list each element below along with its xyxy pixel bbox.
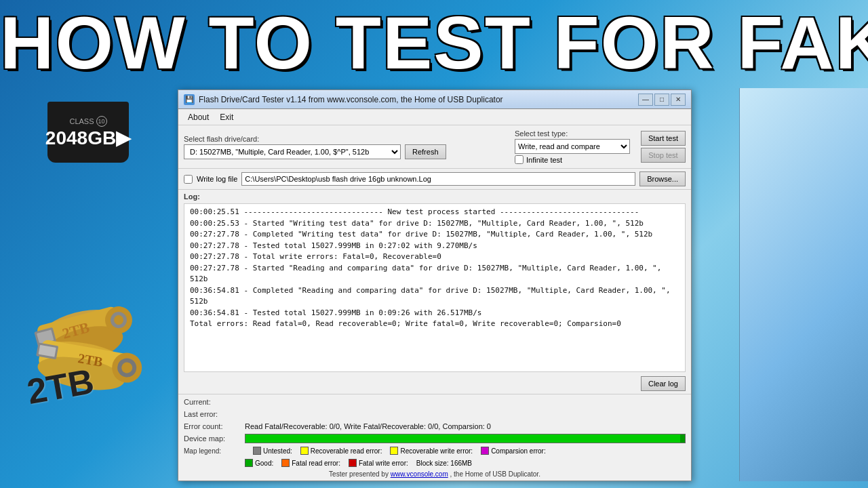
legend-untested: Untested:	[253, 447, 292, 455]
map-segment	[294, 434, 298, 443]
map-segment	[487, 434, 492, 443]
block-size-label: Block size: 166MB	[416, 460, 472, 467]
map-segment	[395, 434, 400, 443]
map-segment	[637, 434, 642, 443]
status-section: Current: Last error: Error count: Read F…	[178, 394, 691, 481]
good-label: Good:	[255, 460, 273, 467]
map-segment	[507, 434, 511, 443]
stop-test-button[interactable]: Stop test	[641, 148, 686, 163]
maximize-button[interactable]: □	[654, 94, 669, 106]
map-segment	[318, 434, 323, 443]
title-bar-controls: — □ ✕	[638, 94, 686, 106]
map-segment	[613, 434, 618, 443]
map-segment	[275, 434, 279, 443]
menu-exit[interactable]: Exit	[214, 111, 239, 123]
fatal-read-color-swatch	[281, 459, 290, 467]
legend-rec-write: Recoverable write error:	[390, 447, 473, 455]
legend-block-size: Block size: 166MB	[416, 460, 472, 467]
drive-select[interactable]: D: 15027MB, "Multiple, Card Reader, 1.00…	[184, 144, 401, 159]
device-map-label: Device map:	[184, 434, 245, 443]
map-segment	[598, 434, 603, 443]
toolbar: Select flash drive/card: D: 15027MB, "Mu…	[178, 125, 691, 169]
map-segment	[245, 434, 250, 443]
error-count-row: Error count: Read Fatal/Recoverable: 0/0…	[184, 420, 686, 432]
map-segment	[279, 434, 284, 443]
last-error-label: Last error:	[184, 410, 245, 418]
legend-row-2: Good: Fatal read error: Fatal write erro…	[184, 457, 686, 469]
map-segment	[381, 434, 386, 443]
map-segment	[627, 434, 632, 443]
map-segment	[545, 434, 550, 443]
fatal-read-label: Fatal read error:	[292, 460, 340, 467]
map-segment	[574, 434, 579, 443]
map-legend-label: Map legend:	[184, 447, 245, 455]
map-segment	[400, 434, 405, 443]
map-segment	[284, 434, 289, 443]
minimize-button[interactable]: —	[638, 94, 653, 106]
legend-row: Map legend: Untested: Recoverable read e…	[184, 445, 686, 457]
close-button[interactable]: ✕	[671, 94, 686, 106]
map-segment	[618, 434, 623, 443]
rec-write-label: Recoverable write error:	[400, 447, 473, 455]
test-type-label: Select test type:	[515, 129, 630, 138]
infinite-checkbox[interactable]	[515, 155, 524, 164]
map-segment	[425, 434, 429, 443]
comparsion-color-swatch	[481, 447, 489, 455]
log-file-path[interactable]	[241, 172, 635, 186]
footer-link[interactable]: www.vconsole.com	[391, 470, 448, 478]
browse-button[interactable]: Browse...	[639, 171, 686, 186]
log-line: Total errors: Read fatal=0, Read recover…	[190, 319, 679, 330]
untested-label: Untested:	[263, 447, 292, 455]
map-segment	[623, 434, 627, 443]
map-segment	[632, 434, 637, 443]
map-segment	[661, 434, 666, 443]
log-line: 00:27:27.78 - Tested total 15027.999MB i…	[190, 241, 679, 252]
app-window: 💾 Flash Drive/Card Tester v1.14 from www…	[178, 89, 692, 481]
map-segment	[497, 434, 502, 443]
map-segment	[250, 434, 255, 443]
map-segment	[646, 434, 651, 443]
refresh-button[interactable]: Refresh	[405, 144, 446, 159]
footer-text1: Tester presented by	[329, 470, 391, 478]
test-type-select[interactable]: Write, read and compare	[515, 139, 630, 154]
map-segment	[526, 434, 530, 443]
title-bar: 💾 Flash Drive/Card Tester v1.14 from www…	[178, 90, 691, 109]
log-line: 00:36:54.81 - Tested total 15027.999MB i…	[190, 308, 679, 319]
map-segment	[255, 434, 260, 443]
log-line: 00:27:27.78 - Total write errors: Fatal=…	[190, 251, 679, 263]
map-segment	[502, 434, 507, 443]
map-segment	[361, 434, 366, 443]
log-line: 00:36:54.81 - Completed "Reading and com…	[190, 285, 679, 308]
clear-log-button[interactable]: Clear log	[641, 376, 686, 391]
map-segment	[511, 434, 516, 443]
map-segment	[304, 434, 309, 443]
map-segment	[414, 434, 419, 443]
map-segment	[420, 434, 425, 443]
map-segment	[468, 434, 473, 443]
map-segment	[656, 434, 661, 443]
log-section-label: Log:	[178, 190, 691, 202]
app-icon: 💾	[184, 94, 195, 105]
legend-rec-read: Recoverable read error:	[300, 447, 382, 455]
menu-about[interactable]: About	[182, 111, 214, 123]
start-stop-group: Start test Stop test	[641, 131, 686, 163]
footer: Tester presented by www.vconsole.com , t…	[184, 469, 686, 479]
device-map-bar	[245, 434, 686, 443]
map-segment	[463, 434, 468, 443]
start-test-button[interactable]: Start test	[641, 131, 686, 146]
menu-bar: About Exit	[178, 109, 691, 125]
map-segment	[289, 434, 294, 443]
log-line: 00:27:27.78 - Started "Reading and compa…	[190, 263, 679, 285]
map-segment	[652, 434, 656, 443]
map-segment	[584, 434, 589, 443]
good-color-swatch	[245, 459, 253, 467]
map-segment	[386, 434, 391, 443]
map-segment	[410, 434, 414, 443]
write-log-checkbox[interactable]	[184, 175, 193, 184]
map-segment	[323, 434, 328, 443]
log-area[interactable]: 00:00:25.51 ----------------------------…	[184, 203, 686, 372]
map-segment	[448, 434, 453, 443]
map-segment	[666, 434, 671, 443]
map-segment	[608, 434, 612, 443]
map-segment	[405, 434, 410, 443]
